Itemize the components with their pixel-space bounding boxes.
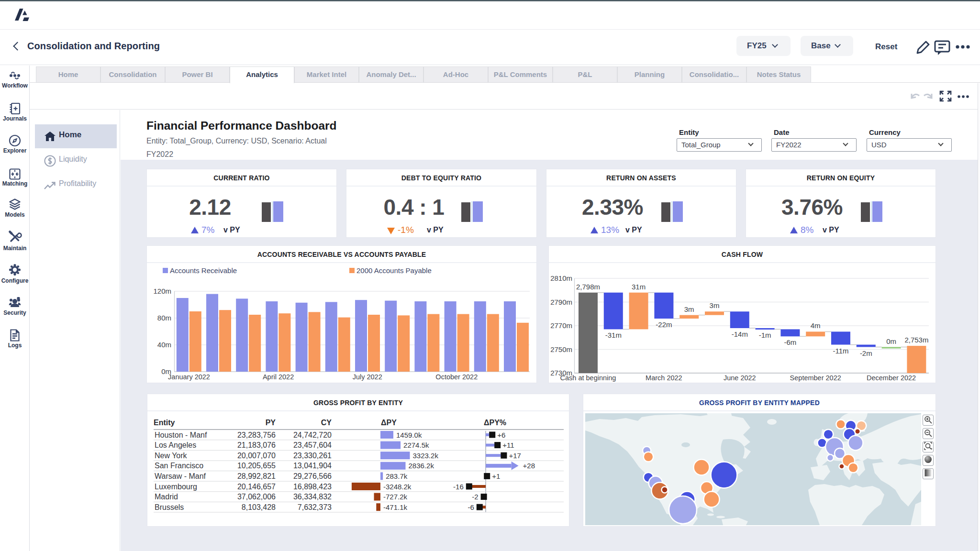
svg-text:120m: 120m xyxy=(153,287,171,295)
svg-text:24,742,720: 24,742,720 xyxy=(293,431,332,439)
svg-text:0m: 0m xyxy=(886,337,896,345)
svg-text:2770m: 2770m xyxy=(550,321,572,330)
svg-text:ΔPY: ΔPY xyxy=(381,419,397,427)
svg-text:23,457,604: 23,457,604 xyxy=(293,441,332,449)
svg-text:Luxembourg: Luxembourg xyxy=(155,483,197,491)
svg-text:+1: +1 xyxy=(492,472,500,480)
svg-text:April 2022: April 2022 xyxy=(263,373,294,381)
svg-text:January 2022: January 2022 xyxy=(168,373,210,381)
svg-text:29,276,566: 29,276,566 xyxy=(293,472,332,480)
svg-text:Cash at beginning: Cash at beginning xyxy=(560,374,616,382)
svg-text:Entity: Entity xyxy=(154,419,175,427)
svg-text:36,334,832: 36,334,832 xyxy=(293,493,332,501)
svg-text:283.7k: 283.7k xyxy=(386,472,408,480)
svg-text:2,753m: 2,753m xyxy=(904,336,928,344)
svg-text:2810m: 2810m xyxy=(550,274,572,282)
svg-text:-6m: -6m xyxy=(784,338,796,346)
svg-text:-727.2k: -727.2k xyxy=(383,493,408,501)
svg-text:-14m: -14m xyxy=(732,330,748,338)
svg-text:31m: 31m xyxy=(632,283,646,291)
svg-text:2836.2k: 2836.2k xyxy=(409,462,434,470)
svg-text:-2m: -2m xyxy=(860,349,872,357)
svg-text:+6: +6 xyxy=(497,431,505,439)
svg-text:3m: 3m xyxy=(710,301,720,309)
svg-text:13,041,904: 13,041,904 xyxy=(293,462,332,470)
svg-text:2790m: 2790m xyxy=(550,298,572,306)
svg-text:+11: +11 xyxy=(502,441,514,449)
svg-text:-3248.2k: -3248.2k xyxy=(383,483,412,491)
svg-text:7,632,373: 7,632,373 xyxy=(298,503,332,511)
svg-text:New York: New York xyxy=(155,452,188,460)
svg-text:San Francisco: San Francisco xyxy=(155,462,203,470)
svg-text:3323.2k: 3323.2k xyxy=(413,452,439,460)
svg-text:40m: 40m xyxy=(157,341,171,349)
svg-text:-16: -16 xyxy=(453,483,464,491)
svg-text:CY: CY xyxy=(321,419,332,427)
svg-text:1459.0k: 1459.0k xyxy=(396,431,422,439)
svg-text:80m: 80m xyxy=(157,314,171,322)
svg-text:-2: -2 xyxy=(472,493,478,501)
svg-text:Warsaw - Manf: Warsaw - Manf xyxy=(155,472,206,480)
svg-text:December 2022: December 2022 xyxy=(867,374,916,382)
svg-text:2000 Accounts Payable: 2000 Accounts Payable xyxy=(356,266,432,275)
svg-text:23,283,756: 23,283,756 xyxy=(237,431,276,439)
svg-text:2750m: 2750m xyxy=(550,345,572,353)
svg-text:Brussels: Brussels xyxy=(155,503,184,511)
svg-text:+17: +17 xyxy=(509,452,521,460)
svg-text:Los Angeles: Los Angeles xyxy=(155,441,196,449)
svg-text:ΔPY%: ΔPY% xyxy=(484,419,506,427)
svg-text:-471.1k: -471.1k xyxy=(383,503,408,511)
svg-text:-6: -6 xyxy=(468,503,474,511)
svg-text:September 2022: September 2022 xyxy=(790,374,841,382)
svg-text:-31m: -31m xyxy=(605,331,622,339)
svg-text:4m: 4m xyxy=(811,321,821,330)
svg-text:-11m: -11m xyxy=(833,347,848,355)
svg-text:20,007,070: 20,007,070 xyxy=(237,452,276,460)
svg-text:October 2022: October 2022 xyxy=(435,373,478,381)
svg-text:8,103,428: 8,103,428 xyxy=(242,503,276,511)
svg-text:PY: PY xyxy=(266,419,276,427)
svg-text:20,146,657: 20,146,657 xyxy=(237,483,276,491)
svg-text:June 2022: June 2022 xyxy=(724,374,756,382)
svg-text:Madrid: Madrid xyxy=(155,493,178,501)
svg-text:3m: 3m xyxy=(684,305,694,313)
svg-text:16,898,423: 16,898,423 xyxy=(293,483,332,491)
svg-text:2,798m: 2,798m xyxy=(576,283,600,291)
svg-text:10,205,655: 10,205,655 xyxy=(237,462,276,470)
svg-text:28,992,821: 28,992,821 xyxy=(237,472,276,480)
svg-text:37,062,006: 37,062,006 xyxy=(237,493,276,501)
svg-text:Houston - Manf: Houston - Manf xyxy=(155,431,207,439)
svg-text:2274.5k: 2274.5k xyxy=(403,441,429,449)
svg-text:21,183,076: 21,183,076 xyxy=(237,441,276,449)
svg-text:July 2022: July 2022 xyxy=(353,373,382,381)
svg-text:23,330,261: 23,330,261 xyxy=(293,452,332,460)
svg-text:Accounts Receivable: Accounts Receivable xyxy=(170,266,237,275)
svg-text:March 2022: March 2022 xyxy=(646,374,682,382)
svg-text:-1m: -1m xyxy=(759,331,771,339)
svg-text:-22m: -22m xyxy=(656,320,672,329)
svg-text:+28: +28 xyxy=(523,462,535,470)
